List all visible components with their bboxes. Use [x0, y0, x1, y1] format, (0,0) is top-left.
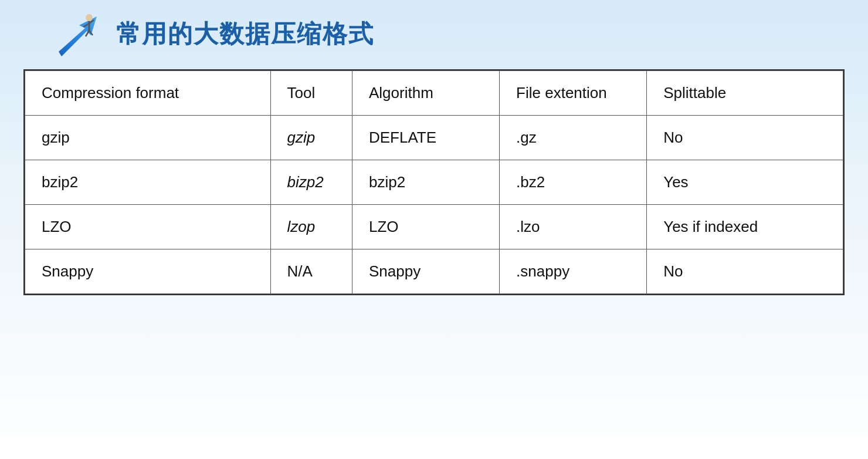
cell-tool-2: lzop [270, 205, 352, 249]
col-header-splittable: Splittable [647, 71, 843, 116]
svg-point-1 [86, 14, 93, 21]
table-row: Snappy N/A Snappy .snappy No [25, 249, 843, 294]
cell-tool-0: gzip [270, 116, 352, 160]
cell-format-0: gzip [25, 116, 271, 160]
header-icon [53, 11, 106, 58]
col-header-algorithm: Algorithm [352, 71, 500, 116]
cell-tool-1: bizp2 [270, 160, 352, 205]
cell-algorithm-0: DEFLATE [352, 116, 500, 160]
page-wrapper: 常用的大数据压缩格式 Compression format Tool Algor… [0, 0, 868, 459]
table-row: LZO lzop LZO .lzo Yes if indexed [25, 205, 843, 249]
cell-split-2: Yes if indexed [647, 205, 843, 249]
cell-algorithm-2: LZO [352, 205, 500, 249]
data-table: Compression format Tool Algorithm File e… [23, 69, 845, 295]
col-header-format: Compression format [25, 71, 271, 116]
cell-ext-0: .gz [500, 116, 647, 160]
col-header-extension: File extention [500, 71, 647, 116]
table-header-row: Compression format Tool Algorithm File e… [25, 71, 843, 116]
cell-split-0: No [647, 116, 843, 160]
cell-ext-3: .snappy [500, 249, 647, 294]
header: 常用的大数据压缩格式 [18, 0, 850, 63]
cell-split-3: No [647, 249, 843, 294]
cell-format-3: Snappy [25, 249, 271, 294]
cell-format-1: bzip2 [25, 160, 271, 205]
cell-tool-3: N/A [270, 249, 352, 294]
cell-split-1: Yes [647, 160, 843, 205]
table-row: bzip2 bizp2 bzip2 .bz2 Yes [25, 160, 843, 205]
table-row: gzip gzip DEFLATE .gz No [25, 116, 843, 160]
cell-algorithm-3: Snappy [352, 249, 500, 294]
cell-format-2: LZO [25, 205, 271, 249]
cell-ext-2: .lzo [500, 205, 647, 249]
page-title: 常用的大数据压缩格式 [116, 18, 374, 50]
col-header-tool: Tool [270, 71, 352, 116]
cell-algorithm-1: bzip2 [352, 160, 500, 205]
cell-ext-1: .bz2 [500, 160, 647, 205]
